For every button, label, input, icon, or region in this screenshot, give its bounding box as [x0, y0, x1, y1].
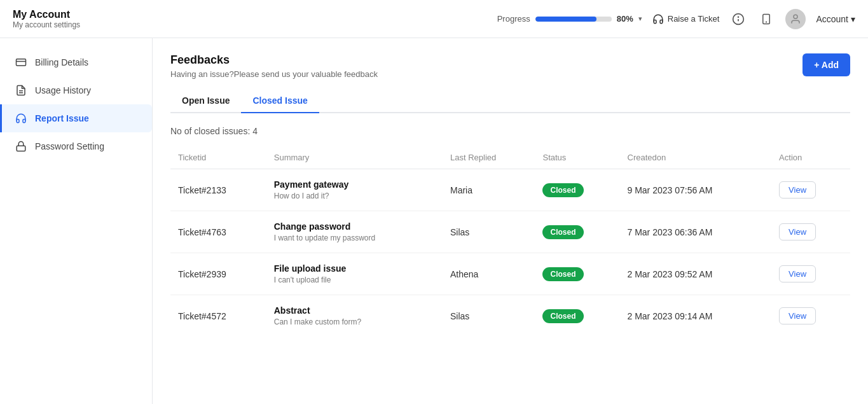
progress-dropdown-icon[interactable]: ▾ — [638, 15, 642, 23]
layout: Billing Details Usage History — [0, 38, 868, 404]
cell-ticketid: Ticket#2133 — [170, 169, 266, 211]
cell-action: View — [771, 295, 850, 337]
progress-label: Progress — [497, 14, 530, 24]
summary-title: Change password — [274, 221, 435, 232]
main-content: Feedbacks Having an issue?Please send us… — [153, 38, 868, 404]
info-icon[interactable] — [729, 10, 747, 28]
cell-last-replied: Athena — [443, 253, 535, 295]
header-subtitle: My account settings — [13, 20, 80, 29]
col-summary: Summary — [266, 146, 443, 169]
col-ticketid: Ticketid — [170, 146, 266, 169]
cell-summary: Abstract Can I make custom form? — [266, 295, 443, 337]
page-title: Feedbacks — [170, 53, 378, 67]
table-row: Ticket#2133 Payment gateway How do I add… — [170, 169, 850, 211]
cell-last-replied: Silas — [443, 295, 535, 337]
sidebar-item-password-label: Password Setting — [35, 141, 104, 151]
progress-bar-fill — [535, 17, 596, 22]
cell-action: View — [771, 169, 850, 211]
mobile-icon[interactable] — [757, 10, 775, 28]
tabs: Open Issue Closed Issue — [170, 89, 850, 113]
issue-count: No of closed issues: 4 — [170, 126, 850, 136]
account-label: Account — [816, 14, 848, 24]
table-row: Ticket#4763 Change password I want to up… — [170, 211, 850, 253]
table-header-row: Ticketid Summary Last Replied Status Cre… — [170, 146, 850, 169]
summary-sub: I want to update my password — [274, 233, 435, 242]
cell-createdon: 2 Mar 2023 09:52 AM — [620, 253, 772, 295]
summary-sub: How do I add it? — [274, 192, 435, 200]
cell-createdon: 9 Mar 2023 07:56 AM — [620, 169, 772, 211]
sidebar-item-usage[interactable]: Usage History — [0, 76, 152, 104]
view-button[interactable]: View — [779, 307, 816, 324]
cell-createdon: 2 Mar 2023 09:14 AM — [620, 295, 772, 337]
cell-status: Closed — [535, 211, 619, 253]
status-badge: Closed — [542, 183, 583, 197]
header: My Account My account settings Progress … — [0, 0, 868, 38]
col-status: Status — [535, 146, 619, 169]
sidebar-item-usage-label: Usage History — [35, 85, 91, 95]
sidebar: Billing Details Usage History — [0, 38, 153, 404]
summary-sub: Can I make custom form? — [274, 317, 435, 326]
view-button[interactable]: View — [779, 265, 816, 282]
headset-icon — [652, 13, 664, 25]
header-title: My Account — [13, 9, 80, 20]
progress-bar — [535, 17, 612, 22]
cell-summary: File upload issue I can't upload file — [266, 253, 443, 295]
svg-point-5 — [794, 15, 797, 18]
cell-ticketid: Ticket#2939 — [170, 253, 266, 295]
page-header: Feedbacks Having an issue?Please send us… — [170, 53, 850, 79]
view-button[interactable]: View — [779, 223, 816, 240]
header-branding: My Account My account settings — [13, 9, 80, 29]
sidebar-item-billing-label: Billing Details — [35, 57, 88, 67]
add-button[interactable]: + Add — [803, 53, 850, 76]
issues-table: Ticketid Summary Last Replied Status Cre… — [170, 146, 850, 337]
cell-action: View — [771, 211, 850, 253]
table-row: Ticket#4572 Abstract Can I make custom f… — [170, 295, 850, 337]
summary-title: Abstract — [274, 305, 435, 316]
sidebar-item-password[interactable]: Password Setting — [0, 132, 152, 160]
col-action: Action — [771, 146, 850, 169]
cell-ticketid: Ticket#4763 — [170, 211, 266, 253]
account-button[interactable]: Account ▾ — [816, 14, 855, 24]
summary-title: Payment gateway — [274, 179, 435, 190]
avatar[interactable] — [785, 9, 806, 29]
summary-title: File upload issue — [274, 263, 435, 274]
cell-action: View — [771, 253, 850, 295]
cell-createdon: 7 Mar 2023 06:36 AM — [620, 211, 772, 253]
status-badge: Closed — [542, 309, 583, 323]
usage-icon — [15, 84, 27, 97]
cell-summary: Payment gateway How do I add it? — [266, 169, 443, 211]
cell-status: Closed — [535, 295, 619, 337]
sidebar-item-report[interactable]: Report Issue — [0, 104, 152, 132]
progress-percent: 80% — [617, 14, 633, 24]
raise-ticket-label: Raise a Ticket — [668, 14, 720, 24]
tab-open-issue[interactable]: Open Issue — [170, 89, 241, 113]
svg-rect-10 — [17, 146, 25, 151]
sidebar-item-billing[interactable]: Billing Details — [0, 48, 152, 76]
report-icon — [15, 112, 27, 125]
page-subtitle: Having an issue?Please send us your valu… — [170, 69, 378, 79]
status-badge: Closed — [542, 267, 583, 281]
col-last-replied: Last Replied — [443, 146, 535, 169]
page-header-text: Feedbacks Having an issue?Please send us… — [170, 53, 378, 79]
billing-icon — [15, 56, 27, 69]
cell-last-replied: Maria — [443, 169, 535, 211]
raise-ticket-button[interactable]: Raise a Ticket — [652, 13, 720, 25]
cell-last-replied: Silas — [443, 211, 535, 253]
svg-rect-6 — [17, 59, 26, 66]
tab-closed-issue[interactable]: Closed Issue — [241, 89, 319, 113]
view-button[interactable]: View — [779, 181, 816, 199]
cell-status: Closed — [535, 169, 619, 211]
cell-summary: Change password I want to update my pass… — [266, 211, 443, 253]
sidebar-item-report-label: Report Issue — [35, 113, 89, 123]
account-dropdown-icon: ▾ — [851, 14, 855, 24]
col-createdon: Createdon — [620, 146, 772, 169]
cell-ticketid: Ticket#4572 — [170, 295, 266, 337]
table-row: Ticket#2939 File upload issue I can't up… — [170, 253, 850, 295]
cell-status: Closed — [535, 253, 619, 295]
password-icon — [15, 140, 27, 153]
summary-sub: I can't upload file — [274, 275, 435, 284]
status-badge: Closed — [542, 225, 583, 239]
header-actions: Progress 80% ▾ Raise a Ticket — [497, 9, 855, 29]
progress-section: Progress 80% ▾ — [497, 14, 642, 24]
